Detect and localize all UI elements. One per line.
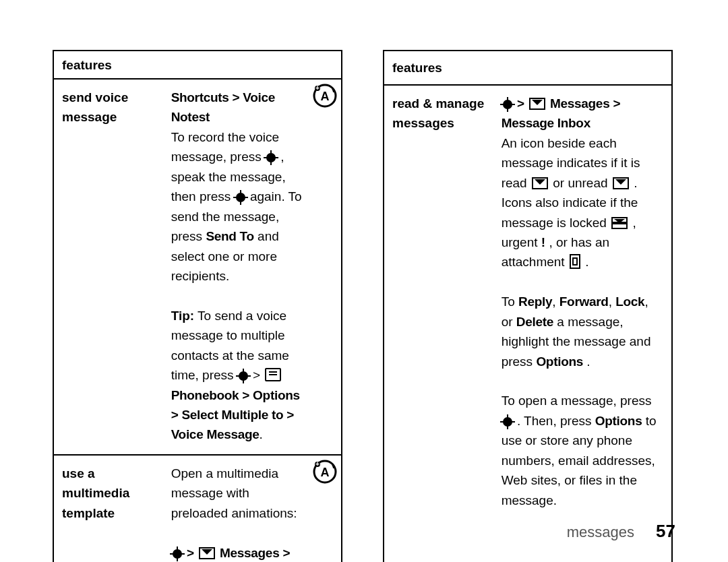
page-footer: messages 57 <box>567 521 675 542</box>
features-table-right: features read & manage messages > Messag… <box>383 50 673 562</box>
table-row: read & manage messages > Messages > Mess… <box>384 85 672 562</box>
feature-label: send voice message <box>53 79 163 455</box>
tip-label: Tip: <box>171 309 194 323</box>
attachment-icon <box>570 254 580 269</box>
feature-body: > Messages > Message Inbox An icon besid… <box>493 85 672 562</box>
center-key-icon <box>236 193 245 202</box>
svg-text:A: A <box>321 90 330 103</box>
nav-path: > <box>517 96 528 111</box>
manual-page: features send voice message A+ Shortcuts… <box>0 0 728 562</box>
ui-label: Options <box>595 414 642 428</box>
nav-path: > <box>187 546 198 560</box>
features-table-left: features send voice message A+ Shortcuts… <box>53 50 342 562</box>
ui-label: Reply <box>518 294 552 309</box>
envelope-open-icon <box>532 177 548 189</box>
body-text: , <box>609 294 616 309</box>
center-key-icon <box>503 100 512 109</box>
ui-label: Forward <box>559 294 609 309</box>
center-key-icon <box>173 549 182 559</box>
body-text: . <box>585 255 588 269</box>
feature-body: A+ Shortcuts > Voice Notest To record th… <box>163 79 342 455</box>
center-key-icon <box>503 417 512 427</box>
svg-text:+: + <box>315 460 320 468</box>
page-number: 57 <box>656 521 675 541</box>
body-text: To record the voice message, press <box>171 130 280 164</box>
body-text: To open a message, press <box>502 394 652 408</box>
table-header: features <box>384 51 672 85</box>
svg-text:+: + <box>315 84 320 92</box>
feature-body: A+ Open a multimedia message with preloa… <box>163 455 342 562</box>
envelope-icon <box>529 98 545 110</box>
ui-label: Delete <box>516 315 553 329</box>
nav-path: Phonebook > Options > Select Multiple to… <box>171 388 300 442</box>
ui-label: Send To <box>206 229 253 243</box>
body-text: > <box>253 368 264 382</box>
phonebook-icon <box>265 368 281 381</box>
urgent-icon: ! <box>541 235 545 249</box>
feature-label: read & manage messages <box>384 85 493 562</box>
body-text: . <box>586 354 590 369</box>
feature-label: use a multimedia template <box>53 455 163 562</box>
ota-badge-icon: A+ <box>313 460 337 484</box>
envelope-icon <box>613 177 629 189</box>
tables-wrap: features send voice message A+ Shortcuts… <box>0 0 728 562</box>
section-name: messages <box>567 524 634 540</box>
body-text: or unread <box>553 176 611 190</box>
ui-label: Lock <box>615 294 644 309</box>
ui-label: Options <box>536 354 583 369</box>
center-key-icon <box>266 153 276 162</box>
svg-text:A: A <box>321 466 330 479</box>
nav-path: Shortcuts > Voice Notest <box>171 90 276 124</box>
body-text: To <box>502 294 518 309</box>
envelope-locked-icon <box>611 217 628 229</box>
center-key-icon <box>239 371 248 381</box>
table-row: send voice message A+ Shortcuts > Voice … <box>53 79 342 455</box>
envelope-icon <box>199 547 215 559</box>
body-text: , <box>552 294 559 309</box>
body-text: Open a multimedia message with preloaded… <box>171 466 297 520</box>
body-text: . Then, press <box>517 414 595 428</box>
table-header: features <box>53 51 342 79</box>
ota-badge-icon: A+ <box>313 84 337 108</box>
period: . <box>260 427 263 441</box>
table-row: use a multimedia template A+ Open a mult… <box>53 455 342 562</box>
